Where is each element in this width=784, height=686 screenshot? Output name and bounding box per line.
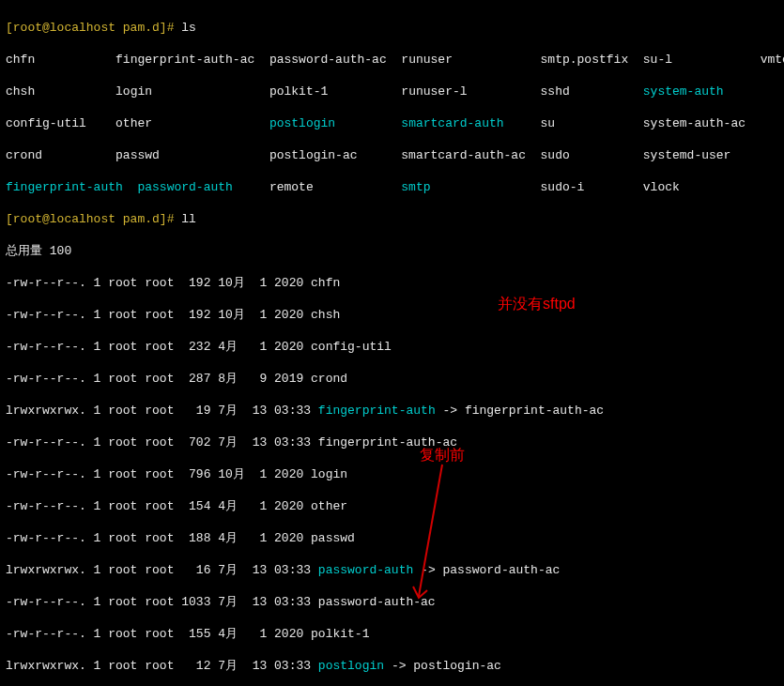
annotation-before-copy: 复制前: [420, 447, 465, 463]
ls-output-row: chsh login polkit-1 runuser-l sshd syste…: [6, 84, 778, 99]
cmd-ll: ll: [181, 212, 196, 226]
file-line: -rw-r--r--. 1 root root 192 10月 1 2020 c…: [6, 307, 778, 323]
prompt: [root@localhost pam.d]#: [6, 21, 181, 35]
file-line: -rw-r--r--. 1 root root 192 10月 1 2020 c…: [6, 275, 778, 291]
cmd-ls: ls: [181, 21, 196, 35]
file-line: -rw-r--r--. 1 root root 702 7月 13 03:33 …: [6, 434, 778, 450]
prompt-line[interactable]: [root@localhost pam.d]# ll: [6, 211, 778, 227]
annotation-no-sftpd: 并没有sftpd: [498, 296, 576, 312]
symlink-line: lrwxrwxrwx. 1 root root 16 7月 13 03:33 p…: [6, 562, 778, 578]
symlink-line: lrwxrwxrwx. 1 root root 12 7月 13 03:33 p…: [6, 658, 778, 674]
file-line: -rw-r--r--. 1 root root 155 4月 1 2020 po…: [6, 626, 778, 642]
svg-line-0: [419, 465, 442, 596]
arrow-icon: [411, 463, 449, 603]
ls-output-row: chfn fingerprint-auth-ac password-auth-a…: [6, 52, 778, 68]
file-line: -rw-r--r--. 1 root root 796 10月 1 2020 l…: [6, 466, 778, 482]
symlink-line: lrwxrwxrwx. 1 root root 19 7月 13 03:33 f…: [6, 403, 778, 419]
file-line: -rw-r--r--. 1 root root 287 8月 9 2019 cr…: [6, 371, 778, 387]
ls-output-row: crond passwd postlogin-ac smartcard-auth…: [6, 147, 778, 163]
file-line: -rw-r--r--. 1 root root 232 4月 1 2020 co…: [6, 339, 778, 355]
terminal[interactable]: [root@localhost pam.d]# ls chfn fingerpr…: [0, 0, 784, 686]
prompt: [root@localhost pam.d]#: [6, 212, 181, 226]
prompt-line[interactable]: [root@localhost pam.d]# ls: [6, 20, 778, 36]
ls-output-row: fingerprint-auth password-auth remote sm…: [6, 179, 778, 195]
file-line: -rw-r--r--. 1 root root 1033 7月 13 03:33…: [6, 594, 778, 610]
file-line: -rw-r--r--. 1 root root 188 4月 1 2020 pa…: [6, 530, 778, 546]
file-line: -rw-r--r--. 1 root root 154 4月 1 2020 ot…: [6, 498, 778, 514]
ls-output-row: config-util other postlogin smartcard-au…: [6, 115, 778, 131]
ll-total: 总用量 100: [6, 243, 778, 259]
